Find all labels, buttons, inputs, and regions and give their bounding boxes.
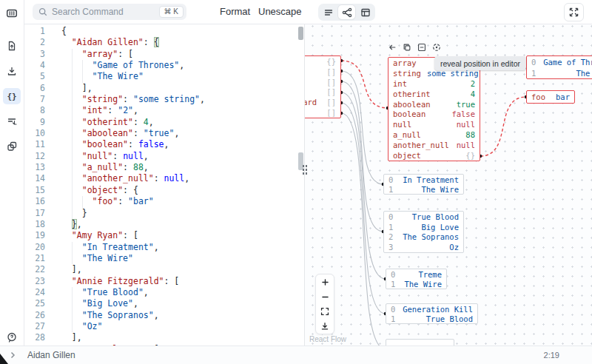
search-command-bar[interactable]: ⌘ K xyxy=(33,4,186,20)
graph-node-alexander-skarsgard[interactable]: 0Generation Kill1True Blood xyxy=(386,303,478,324)
line-number: 23 xyxy=(24,276,50,287)
back-arrow-icon[interactable] xyxy=(388,43,397,52)
line-number: 10 xyxy=(24,128,50,139)
graph-node-row: 1True Blood xyxy=(386,314,477,323)
fit-view-button[interactable] xyxy=(316,304,334,319)
node-toolbar xyxy=(388,43,441,52)
left-sidebar: {} xyxy=(0,0,24,346)
line-number: 20 xyxy=(24,242,50,253)
line-number: 5 xyxy=(24,71,50,82)
line-number: 12 xyxy=(24,151,50,162)
focus-icon[interactable] xyxy=(432,43,441,52)
graph-node-alice-farmer[interactable]: 0The Corner xyxy=(386,339,454,346)
graph-node-row: Annie Fitzgerald[] xyxy=(305,77,340,87)
line-number: 17 xyxy=(24,208,50,219)
code-line: 7 "string": "some string", xyxy=(24,94,304,105)
code-line: 1{ xyxy=(24,26,304,37)
code-line: 6 ], xyxy=(24,83,304,94)
code-line: 26 "The Sopranos", xyxy=(24,310,304,321)
search-input[interactable] xyxy=(47,7,159,17)
graph-node-annie-fitzgerald[interactable]: 0True Blood1Big Love2The Sopranos3Oz xyxy=(383,211,464,253)
graph-node-row: 0Generation Kill xyxy=(386,304,477,314)
graph-node-row: 2The Sopranos xyxy=(384,232,463,243)
code-line: 28 ], xyxy=(24,332,304,343)
json-editor-pane: 1{2 "Aidan Gillen": {3 "array": [4 "Game… xyxy=(24,24,305,346)
node-overview-icon[interactable] xyxy=(3,138,21,155)
app-window: {} ⌘ K Format Unescape 1{2 "Aidan Gillen… xyxy=(0,0,592,364)
line-number: 21 xyxy=(24,253,50,264)
transform-icon[interactable] xyxy=(3,113,21,129)
line-number: 26 xyxy=(24,310,50,321)
graph-node-aidan-array[interactable]: 0Game of Thrones1The Wire xyxy=(526,55,592,79)
duplicate-icon[interactable] xyxy=(403,43,411,52)
zoom-in-button[interactable] xyxy=(316,274,334,289)
line-number: 7 xyxy=(24,94,50,105)
code-line: 22 ], xyxy=(24,264,304,275)
graph-node-anwan-glover[interactable]: 0Treme1The Wire xyxy=(386,269,447,289)
line-number: 28 xyxy=(24,332,50,343)
code-line: 2 "Aidan Gillen": { xyxy=(24,37,304,48)
code-line: 19 "Amy Ryan": [ xyxy=(24,230,304,241)
graph-node-root[interactable]: Aidan Gillen{}Amy Ryan[]Annie Fitzgerald… xyxy=(305,55,341,118)
line-number: 19 xyxy=(24,230,50,241)
code-line: 23 "Annie Fitzgerald": [ xyxy=(24,276,304,287)
format-button[interactable]: Format xyxy=(220,6,250,17)
fullscreen-button[interactable] xyxy=(564,3,584,21)
graph-node-aidan-gillen[interactable]: array[]stringsome stringint2otherint4abo… xyxy=(388,57,480,161)
line-number: 16 xyxy=(24,196,50,207)
graph-node-row: Alice Farmer[] xyxy=(305,107,340,118)
code-line: 24 "True Blood", xyxy=(24,287,304,298)
graph-view-tab[interactable] xyxy=(338,5,355,19)
unescape-button[interactable]: Unescape xyxy=(258,6,302,17)
graph-node-row: 1Big Love xyxy=(384,222,463,232)
graph-node-amy-ryan[interactable]: 0In Treatment1The Wire xyxy=(383,174,464,195)
code-line: 3 "array": [ xyxy=(24,49,304,60)
line-number: 13 xyxy=(24,162,50,173)
collapse-icon[interactable] xyxy=(417,43,426,52)
breadcrumb[interactable]: Aidan Gillen xyxy=(27,350,75,360)
code-line: 5 "The Wire" xyxy=(24,71,304,82)
line-number: 8 xyxy=(24,105,50,116)
line-number: 22 xyxy=(24,264,50,275)
table-view-tab[interactable] xyxy=(357,5,374,19)
pane-resize-handle[interactable] xyxy=(302,164,308,175)
code-line: 10 "aboolean": "true", xyxy=(24,128,304,139)
graph-node-row: Anwan Glover[] xyxy=(305,87,340,97)
editor-scrollbar-thumb[interactable] xyxy=(298,27,303,40)
graph-node-row: Amy Ryan[] xyxy=(305,67,340,77)
graph-node-row: booleanfalse xyxy=(388,109,480,120)
code-line: 25 "Big Love", xyxy=(24,298,304,309)
line-number: 1 xyxy=(24,26,50,37)
line-number: 11 xyxy=(24,139,50,150)
node-tooltip: reveal position in editor xyxy=(434,56,526,70)
code-line: 8 "int": "2", xyxy=(24,105,304,116)
list-view-tab[interactable] xyxy=(320,5,337,19)
code-line: 16 "foo": "bar" xyxy=(24,196,304,207)
json-editor-icon[interactable]: {} xyxy=(3,88,21,104)
breadcrumb-chevron-icon[interactable] xyxy=(9,351,16,359)
download-image-button[interactable] xyxy=(316,319,334,334)
import-file-icon[interactable] xyxy=(3,38,21,54)
reactflow-attribution: React Flow xyxy=(309,335,346,343)
code-line: 9 "otherint": 4, xyxy=(24,117,304,128)
graph-pane[interactable]: Aidan Gillen{}Amy Ryan[]Annie Fitzgerald… xyxy=(305,24,592,346)
graph-node-row: 1The Wire xyxy=(527,67,592,78)
line-number: 24 xyxy=(24,287,50,298)
graph-node-row: 0In Treatment xyxy=(384,175,463,184)
code-line: 21 "The Wire" xyxy=(24,253,304,264)
graph-node-row: 1The Wire xyxy=(384,184,463,194)
code-line: 15 "object": { xyxy=(24,185,304,196)
code-line: 20 "In Treatment", xyxy=(24,242,304,253)
code-area[interactable]: 1{2 "Aidan Gillen": {3 "array": [4 "Game… xyxy=(24,24,304,346)
code-line: 12 "null": null, xyxy=(24,151,304,162)
app-logo-icon xyxy=(3,5,21,21)
code-line: 13 "a_null": 88, xyxy=(24,162,304,173)
code-line: 14 "another_null": null, xyxy=(24,173,304,184)
graph-node-row: 0True Blood xyxy=(384,212,463,222)
zoom-out-button[interactable] xyxy=(316,289,334,304)
graph-node-row: 0The Corner xyxy=(386,340,454,346)
code-line: 18 }, xyxy=(24,219,304,230)
download-icon[interactable] xyxy=(3,63,21,79)
help-icon[interactable] xyxy=(3,329,21,346)
graph-node-aidan-object[interactable]: foobar xyxy=(526,90,575,104)
